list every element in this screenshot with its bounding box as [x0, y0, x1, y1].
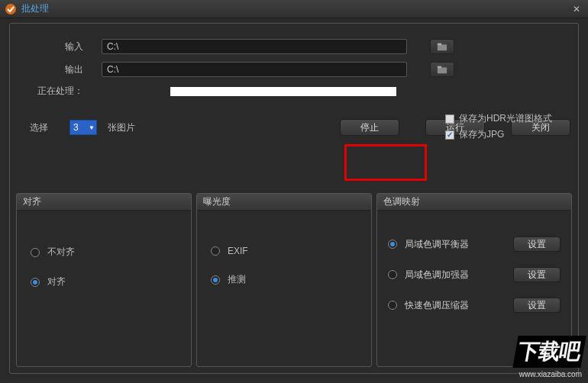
output-label: 输出 — [18, 63, 102, 76]
main-panel: 输入 输出 正在处理： 保存为HDR光谱图格式 保存为JPG 选择 3 ▼ 张 — [9, 23, 579, 374]
tonemap-fast-radio[interactable] — [388, 301, 397, 310]
select-label: 选择 — [30, 121, 48, 134]
titlebar: 批处理 ✕ — [0, 0, 588, 18]
input-label: 输入 — [18, 40, 102, 53]
select-suffix: 张图片 — [108, 121, 135, 134]
align-panel-title: 对齐 — [17, 194, 191, 211]
save-hdr-label: 保存为HDR光谱图格式 — [459, 112, 552, 125]
tonemap-balance-settings-button[interactable]: 设置 — [513, 237, 561, 252]
exposure-exif-label: EXIF — [228, 246, 248, 256]
processing-label: 正在处理： — [18, 85, 102, 98]
close-icon[interactable]: ✕ — [570, 4, 583, 14]
tonemap-enhance-settings-button[interactable]: 设置 — [513, 267, 561, 282]
image-count-select[interactable]: 3 ▼ — [69, 120, 97, 135]
tonemap-balance-label: 局域色调平衡器 — [405, 238, 469, 251]
tonemap-panel: 色调映射 局域色调平衡器 设置 局域色调加强器 设置 — [376, 193, 572, 367]
svg-rect-3 — [438, 67, 447, 73]
chevron-down-icon: ▼ — [87, 124, 96, 131]
window-title: 批处理 — [21, 2, 49, 15]
save-jpg-label: 保存为JPG — [459, 128, 504, 141]
folder-icon — [437, 64, 447, 75]
stop-button[interactable]: 停止 — [340, 119, 399, 136]
output-path-field[interactable] — [102, 62, 407, 77]
input-path-field[interactable] — [102, 39, 407, 54]
align-yes-label: 对齐 — [47, 275, 66, 288]
input-browse-button[interactable] — [430, 39, 454, 54]
align-panel: 对齐 不对齐 对齐 — [16, 193, 192, 367]
tonemap-panel-title: 色调映射 — [377, 194, 571, 211]
output-browse-button[interactable] — [430, 62, 454, 77]
exposure-exif-radio[interactable] — [211, 246, 220, 256]
tonemap-balance-radio[interactable] — [388, 240, 397, 249]
save-jpg-checkbox[interactable] — [445, 130, 454, 140]
run-highlight-box — [344, 144, 427, 181]
align-no-label: 不对齐 — [47, 246, 75, 259]
align-yes-radio[interactable] — [31, 278, 40, 287]
svg-rect-2 — [438, 43, 441, 46]
app-icon — [5, 3, 17, 15]
align-no-radio[interactable] — [31, 248, 40, 257]
svg-point-0 — [5, 4, 16, 14]
progress-bar — [170, 87, 396, 96]
tonemap-enhance-radio[interactable] — [388, 270, 397, 279]
exposure-guess-radio[interactable] — [211, 275, 220, 285]
svg-rect-4 — [438, 66, 441, 69]
tonemap-fast-settings-button[interactable]: 设置 — [513, 298, 561, 313]
folder-icon — [437, 41, 447, 52]
exposure-panel: 曝光度 EXIF 推测 — [196, 193, 372, 367]
exposure-guess-label: 推测 — [228, 273, 246, 286]
exposure-panel-title: 曝光度 — [197, 194, 371, 211]
tonemap-enhance-label: 局域色调加强器 — [405, 269, 469, 282]
save-hdr-checkbox[interactable] — [445, 114, 454, 124]
tonemap-fast-label: 快速色调压缩器 — [405, 299, 469, 312]
svg-rect-1 — [438, 44, 447, 50]
